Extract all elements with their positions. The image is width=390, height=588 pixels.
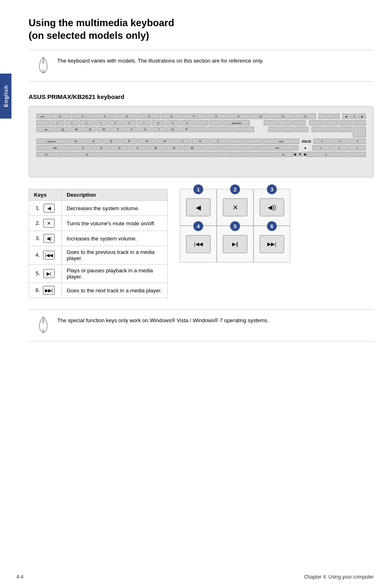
diagram-key-3: ◀)) <box>260 198 284 216</box>
key-icon-vol-down: ◀ <box>43 204 55 213</box>
diagram-number-1: 1 <box>193 184 203 194</box>
table-row: 1. ◀ Decreases the system volume. <box>29 201 168 216</box>
key-icon-vol-up: ◀) <box>43 234 55 243</box>
diagram-cell-6: 6 ▶▶| <box>253 226 290 263</box>
diagram-cell-2: 2 ✕ <box>217 189 253 226</box>
table-row: 6. ▶▶| Goes to the next track in a media… <box>29 283 168 298</box>
diagram-key-5: ▶‖ <box>223 235 247 253</box>
key-icon-play: ▶| <box>43 269 55 278</box>
desc-cell-3: Increases the system volume. <box>62 231 168 246</box>
key-cell-2: 2. ✕ <box>29 216 62 231</box>
table-row: 3. ◀) Increases the system volume. <box>29 231 168 246</box>
note-text-2: The special function keys only work on W… <box>57 315 269 325</box>
desc-cell-4: Goes to the previous track in a media pl… <box>62 246 168 265</box>
keyboard-image-area: esc f1 f2 f3 f4 f5 f6 f7 f8 f9 f10 f11 f… <box>29 106 374 177</box>
diagram-key-6: ▶▶| <box>260 235 284 253</box>
sidebar-english-tab: English <box>0 74 11 119</box>
diagram-cell-3: 3 ◀)) <box>253 189 290 226</box>
note-icon-2 <box>35 315 52 336</box>
diagram-number-4: 4 <box>193 221 203 231</box>
key-cell-3: 3. ◀) <box>29 231 62 246</box>
footer-page-number: 4-4 <box>16 574 23 580</box>
page-footer: 4-4 Chapter 4: Using your computer <box>16 574 374 580</box>
desc-cell-5: Plays or pauses playback in a media play… <box>62 265 168 283</box>
diagram-cell-1: 1 ◀ <box>180 189 217 226</box>
desc-cell-6: Goes to the next track in a media player… <box>62 283 168 298</box>
keys-table: Keys Description 1. ◀ Decreases the syst… <box>29 189 168 298</box>
table-row: 2. ✕ Turns the volume's mute mode on/off… <box>29 216 168 231</box>
table-row: 4. |◀◀ Goes to the previous track in a m… <box>29 246 168 265</box>
sidebar-label: English <box>3 85 9 107</box>
footer-chapter: Chapter 4: Using your computer <box>304 574 374 580</box>
key-cell-5: 5. ▶| <box>29 265 62 283</box>
key-cell-1: 1. ◀ <box>29 201 62 216</box>
diagram-number-3: 3 <box>267 184 277 194</box>
main-content: Using the multimedia keyboard (on select… <box>16 0 390 369</box>
diagram-key-2: ✕ <box>223 198 247 216</box>
table-diagram-section: Keys Description 1. ◀ Decreases the syst… <box>29 189 374 298</box>
note-box-1: The keyboard varies with models. The ill… <box>29 50 374 82</box>
key-icon-prev: |◀◀ <box>43 251 55 260</box>
note-text-1: The keyboard varies with models. The ill… <box>57 55 264 65</box>
diagram-key-4: |◀◀ <box>186 235 211 253</box>
key-icon-next: ▶▶| <box>43 286 55 295</box>
diagram-cell-4: 4 |◀◀ <box>180 226 217 263</box>
col-desc-header: Description <box>62 189 168 201</box>
key-cell-4: 4. |◀◀ <box>29 246 62 265</box>
diagram-cell-5: 5 ▶‖ <box>217 226 253 263</box>
diagram-number-6: 6 <box>267 221 277 231</box>
diagram-key-1: ◀ <box>186 198 211 216</box>
diagram-area: 1 ◀ 2 ✕ 3 ◀)) 4 |◀◀ <box>180 189 374 263</box>
note-icon-1 <box>35 55 52 76</box>
desc-cell-1: Decreases the system volume. <box>62 201 168 216</box>
key-cell-6: 6. ▶▶| <box>29 283 62 298</box>
section-heading: ASUS PRIMAX/KB2621 keyboard <box>29 93 374 100</box>
desc-cell-2: Turns the volume's mute mode on/off. <box>62 216 168 231</box>
note-box-2: The special function keys only work on W… <box>29 310 374 341</box>
table-row: 5. ▶| Plays or pauses playback in a medi… <box>29 265 168 283</box>
diagram-number-2: 2 <box>230 184 240 194</box>
page-title: Using the multimedia keyboard (on select… <box>29 16 374 42</box>
diagram-number-5: 5 <box>230 221 240 231</box>
col-keys-header: Keys <box>29 189 62 201</box>
key-icon-mute: ✕ <box>43 219 55 228</box>
